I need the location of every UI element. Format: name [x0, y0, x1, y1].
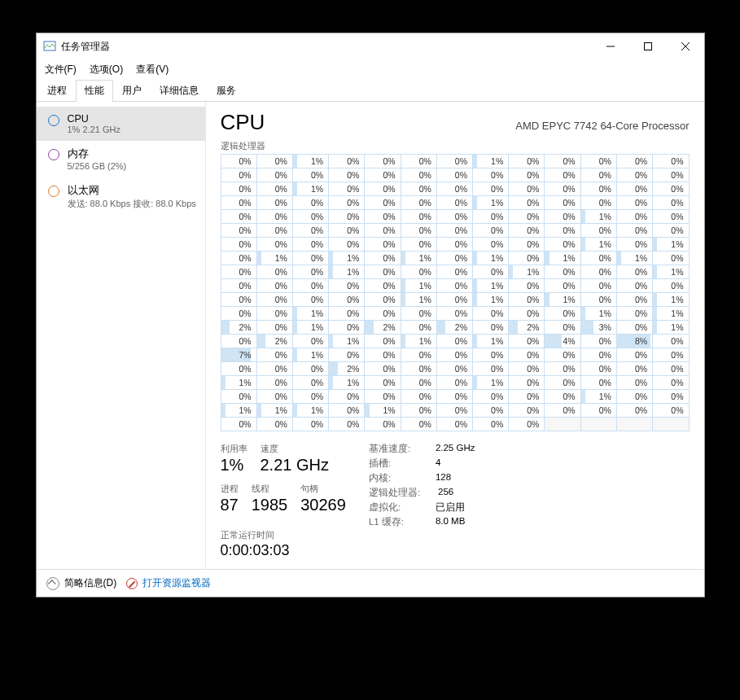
core-cell: 0% — [256, 321, 292, 335]
core-cell: 0% — [580, 265, 616, 279]
core-cell: 0% — [329, 418, 365, 431]
spec-l1: L1 缓存:8.0 MB — [369, 516, 475, 528]
core-cell: 0% — [329, 182, 365, 196]
core-cell: 0% — [616, 196, 652, 210]
tab-用户[interactable]: 用户 — [113, 80, 151, 101]
menu-options[interactable]: 选项(O) — [88, 61, 125, 78]
core-cell: 0% — [256, 238, 292, 252]
core-cell: 0% — [292, 168, 328, 182]
core-cell: 0% — [616, 348, 652, 362]
core-cell: 0% — [329, 321, 365, 335]
core-cell: 0% — [545, 155, 580, 168]
close-button[interactable] — [667, 33, 704, 59]
core-cell: 0% — [509, 335, 545, 348]
core-cell: 0% — [436, 155, 472, 168]
sidebar-item-内存[interactable]: 内存5/256 GB (2%) — [37, 141, 205, 177]
maximize-button[interactable] — [629, 33, 667, 59]
core-cell: 0% — [653, 348, 689, 362]
sidebar-item-以太网[interactable]: 以太网发送: 88.0 Kbps 接收: 88.0 Kbps — [37, 177, 205, 217]
threads-value: 1985 — [252, 496, 288, 514]
core-cell: 1% — [329, 252, 365, 265]
core-cell: 0% — [653, 335, 689, 348]
core-cell: 0% — [256, 155, 292, 168]
core-cell: 0% — [329, 224, 365, 238]
core-cell — [545, 418, 580, 431]
fewer-details-button[interactable]: 简略信息(D) — [46, 576, 117, 590]
core-cell: 1% — [256, 404, 292, 418]
spec-sockets: 插槽:4 — [369, 457, 475, 470]
core-cell: 0% — [256, 265, 292, 279]
core-cell: 0% — [329, 196, 365, 210]
core-cell: 8% — [616, 335, 652, 348]
tab-服务[interactable]: 服务 — [208, 80, 245, 101]
core-cell: 0% — [221, 390, 256, 404]
core-cell: 0% — [545, 348, 580, 362]
core-cell: 1% — [401, 279, 436, 293]
core-cell: 2% — [329, 362, 365, 376]
core-cell: 0% — [221, 335, 256, 348]
tab-进程[interactable]: 进程 — [38, 80, 76, 101]
window-title: 任务管理器 — [61, 40, 110, 54]
core-cell: 1% — [221, 404, 256, 418]
core-cell: 0% — [292, 335, 328, 348]
core-cell: 0% — [653, 390, 689, 404]
tabs: 进程性能用户详细信息服务 — [37, 80, 704, 102]
sidebar-item-CPU[interactable]: CPU1% 2.21 GHz — [37, 107, 205, 141]
core-cell: 3% — [580, 321, 616, 335]
core-cell: 0% — [365, 362, 401, 376]
core-cell: 1% — [509, 265, 545, 279]
core-cell: 0% — [329, 155, 365, 168]
core-cell: 0% — [616, 390, 652, 404]
core-cell: 1% — [616, 252, 652, 265]
core-cell: 0% — [653, 376, 689, 390]
core-cell: 0% — [473, 238, 509, 252]
sidebar-item-title: 以太网 — [68, 184, 194, 198]
core-cell: 1% — [292, 321, 328, 335]
core-cell: 1% — [329, 335, 365, 348]
core-cell: 0% — [221, 265, 256, 279]
core-cell: 0% — [329, 307, 365, 321]
core-cell: 0% — [616, 293, 652, 307]
core-cell: 0% — [509, 307, 545, 321]
core-cell: 0% — [365, 390, 401, 404]
core-cell: 0% — [653, 252, 689, 265]
core-cell: 0% — [509, 362, 545, 376]
core-cell: 0% — [509, 210, 545, 224]
core-cell: 0% — [221, 210, 256, 224]
core-cell: 0% — [653, 210, 689, 224]
processes-label: 进程 — [221, 483, 239, 495]
core-cell: 0% — [616, 321, 652, 335]
core-cell: 0% — [221, 418, 256, 431]
core-cell: 1% — [329, 265, 365, 279]
core-cell: 0% — [436, 418, 472, 431]
core-cell: 0% — [401, 265, 436, 279]
menu-file[interactable]: 文件(F) — [43, 61, 78, 78]
core-cell: 0% — [545, 265, 580, 279]
minimize-button[interactable] — [592, 33, 629, 59]
core-cell: 0% — [580, 362, 616, 376]
core-cell: 1% — [653, 307, 689, 321]
core-cell: 1% — [545, 252, 580, 265]
fewer-details-label: 简略信息(D) — [64, 576, 117, 590]
spec-value: 128 — [436, 472, 451, 484]
core-cell: 0% — [616, 182, 652, 196]
core-cell: 0% — [365, 182, 401, 196]
tab-详细信息[interactable]: 详细信息 — [151, 80, 208, 101]
resource-monitor-link[interactable]: 打开资源监视器 — [126, 576, 211, 590]
core-grid[interactable]: 0%0%1%0%0%0%0%1%0%0%0%0%0%0%0%0%0%0%0%0%… — [221, 154, 690, 431]
core-cell: 0% — [365, 335, 401, 348]
titlebar[interactable]: 任务管理器 — [37, 33, 704, 59]
core-cell: 0% — [329, 279, 365, 293]
spec-value: 已启用 — [436, 501, 465, 514]
core-cell: 0% — [509, 168, 545, 182]
core-cell: 0% — [473, 265, 509, 279]
core-cell: 0% — [616, 224, 652, 238]
sidebar: CPU1% 2.21 GHz内存5/256 GB (2%)以太网发送: 88.0… — [37, 102, 206, 569]
core-cell: 0% — [329, 238, 365, 252]
menu-view[interactable]: 查看(V) — [134, 61, 170, 78]
core-cell: 0% — [436, 390, 472, 404]
core-cell: 0% — [509, 196, 545, 210]
tab-性能[interactable]: 性能 — [76, 80, 113, 101]
core-cell: 0% — [509, 376, 545, 390]
core-cell: 1% — [292, 348, 328, 362]
